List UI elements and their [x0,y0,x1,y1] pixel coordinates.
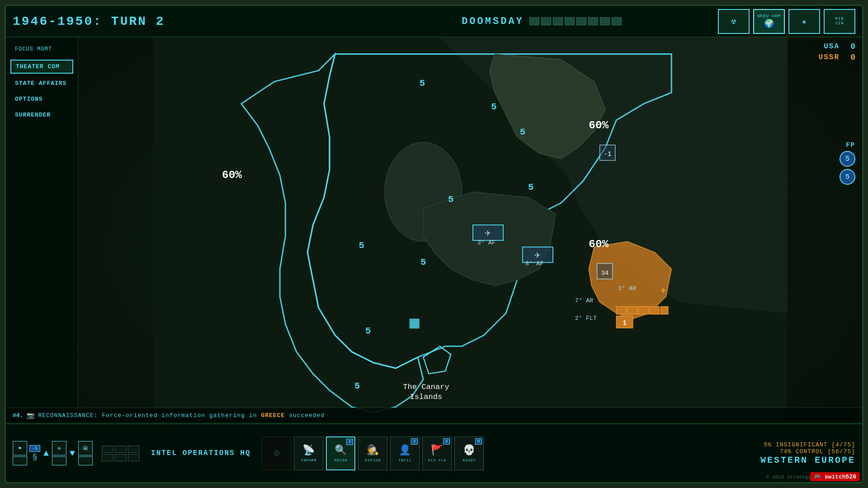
main-screen: 1946-1950: TURN 2 DOOMSDAY ☢ WEEU ARM 🌍 [5,5,863,483]
nuke-button[interactable]: ☢ [718,9,750,34]
infil-icon: 👤 [399,444,411,456]
fls-flg-badge: 2 [443,438,450,445]
doomsday-label: DOOMSDAY [462,16,524,27]
svg-text:7° AR: 7° AR [575,297,593,304]
doomsday-section: DOOMSDAY [365,16,718,27]
nuke-icon: ☢ [731,16,736,26]
svg-rect-15 [627,306,637,314]
doomsday-bar-7 [600,17,610,25]
svg-text:5: 5 [365,326,371,336]
espion-label: ESPION [365,458,381,462]
message-bar: #4. 📷 RECONNAISSANCE: Force-oriented inf… [6,408,862,423]
bottom-bar: ⚑ -1 § ▲ ⊕ ▼ 🏛 [6,423,862,482]
svg-rect-5 [410,319,420,328]
intel-rect-2 [52,456,66,465]
weeu-arm-button[interactable]: WEEU ARM 🌍 [753,9,785,34]
svg-text:1: 1 [623,319,627,327]
slot-icon-3 [128,446,140,453]
fp-value-2: 5 [840,169,855,185]
svg-text:2° FLT: 2° FLT [575,315,597,322]
svg-rect-18 [660,306,668,314]
doomsday-bar-2 [541,17,551,25]
svg-text:✈: ✈ [485,228,491,239]
infil-label: INFIL [398,458,411,462]
bottom-icons: ⚑ -1 § ▲ ⊕ ▼ 🏛 [13,441,97,465]
arrow-up-icon[interactable]: ▲ [42,448,50,459]
svg-text:5: 5 [420,78,425,89]
assnt-label: ASSNT [462,458,476,462]
top-right-buttons: ☢ WEEU ARM 🌍 ★ MIR VIN [718,9,855,34]
focus-mgmt-label: FOCUS MGMT [10,44,73,54]
svg-text:60%: 60% [589,119,609,131]
doomsday-bar-6 [588,17,598,25]
recon-badge: 2 [346,439,353,445]
turn-title: 1946-1950: TURN 2 [13,14,365,28]
infil-badge: 2 [411,438,418,445]
switch-icon: 🎮 [814,474,825,480]
sidebar-item-state-affairs[interactable]: STATE AFFAIRS [10,77,73,89]
op-btn-espion[interactable]: 🕵 ESPION [358,436,387,470]
msg-highlight: GREECE [261,412,285,419]
section-icon: § [33,453,38,462]
svg-text:+: + [660,286,666,296]
top-bar: 1946-1950: TURN 2 DOOMSDAY ☢ WEEU ARM 🌍 [6,6,862,38]
mir-vin-button[interactable]: MIR VIN [824,9,855,34]
doomsday-bars [529,17,622,25]
inform-label: INFORM [301,458,317,462]
svg-rect-17 [650,306,660,314]
ussr-score-row: USSR 0 [819,53,855,62]
intel-icon-3: 🏛 [78,441,93,465]
sidebar-item-theater-com[interactable]: THEATER COM [10,60,73,74]
svg-text:5: 5 [359,240,364,251]
op-btn-infil[interactable]: 2 👤 INFIL [390,436,420,470]
switch-badge: 🎮 switch520 [810,472,860,481]
no-op-icon: ⊘ [274,447,279,460]
intel-circle-icon: ⚑ [13,441,27,455]
svg-text:Islands: Islands [410,393,443,401]
svg-text:3° AR: 3° AR [618,285,636,292]
star-icon: ★ [802,16,807,26]
sidebar-item-surrender[interactable]: SURRENDER [10,109,73,121]
globe-icon: 🌍 [764,19,774,28]
op-btn-assnt[interactable]: 0 💀 ASSNT [454,436,484,470]
msg-camera-icon: 📷 [27,412,34,419]
op-btn-fls-flg[interactable]: 2 🚩 FLS FLG [422,436,452,470]
hq-label: INTEL OPERATIONS HQ [144,449,257,457]
badge-minus-1: -1 [29,445,40,452]
svg-text:60%: 60% [222,169,242,181]
inform-icon: 📡 [302,444,315,456]
usa-score-row: USA 0 [819,42,855,51]
doomsday-bar-3 [553,17,563,25]
svg-text:5: 5 [528,182,533,192]
slot-icon-2 [115,446,127,453]
star-button[interactable]: ★ [788,9,820,34]
slot-icon-5 [115,454,127,461]
sidebar-item-options[interactable]: OPTIONS [10,93,73,105]
op-btn-recon[interactable]: 2 🔍 RECON [326,436,355,470]
arrow-down-icon[interactable]: ▼ [69,448,76,459]
control-stat: 74% CONTROL [56/75] [760,448,855,455]
op-btn-inform[interactable]: 📡 INFORM [294,436,323,470]
score-panel: USA 0 USSR 0 [819,42,855,62]
intel-rect-3 [78,456,93,465]
intel-circle-2: ⊕ [52,441,66,455]
usa-value: 0 [846,42,855,51]
svg-text:5: 5 [520,127,525,137]
ussr-value: 0 [846,53,855,62]
svg-text:5: 5 [491,102,496,112]
svg-rect-16 [638,306,648,314]
doomsday-bar-4 [565,17,575,25]
ussr-label: USSR [819,53,840,61]
svg-text:3° AF: 3° AF [477,239,495,246]
msg-number: #4. [13,412,23,419]
doomsday-bar-5 [576,17,586,25]
vin-label: VIN [835,21,844,26]
fp-value-1: 5 [840,151,855,167]
intel-rect-1 [13,456,27,465]
svg-text:The Canary: The Canary [403,383,449,391]
intel-icon-2: ⊕ [52,441,66,465]
doomsday-bar-1 [529,17,539,25]
stats-panel: 5% INSIGNIFICANT [4/75] 74% CONTROL [56/… [760,441,855,465]
weeu-label: WEEU ARM [757,14,780,19]
region-name: WESTERN EUROPE [760,455,855,465]
